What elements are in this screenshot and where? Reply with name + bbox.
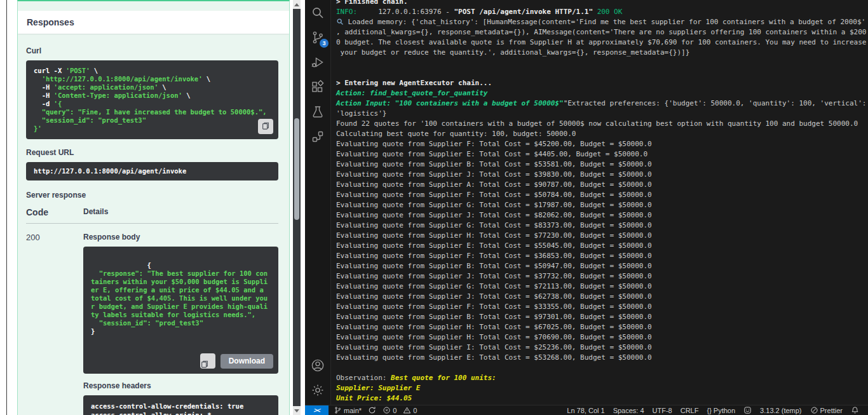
terminal-line: Supplier: Supplier E	[336, 383, 868, 393]
scroll-up-button[interactable]	[293, 0, 301, 9]
curl-line: -H 'Content-Type: application/json' \	[34, 92, 271, 100]
activity-item-references[interactable]	[305, 124, 330, 149]
scrollbar-thumb[interactable]	[294, 118, 299, 220]
copy-response-button[interactable]	[200, 353, 215, 369]
scroll-down-button[interactable]	[293, 406, 301, 415]
triangle-down-icon	[294, 409, 299, 412]
activity-item-testing[interactable]	[305, 99, 330, 124]
request-url-label: Request URL	[26, 148, 278, 157]
eol-sequence-label: CRLF	[681, 407, 699, 414]
status-bar: >< main*00 Ln 78, Col 1Spaces: 4UTF-8CRL…	[305, 405, 868, 415]
statusbar-eol-sequence[interactable]: CRLF	[681, 407, 699, 414]
terminal-line: Evaluating quote from Supplier F: Total …	[336, 251, 868, 261]
warning-icon	[403, 406, 411, 414]
statusbar-python-interpreter[interactable]: 3.13.2 (temp)	[760, 407, 801, 414]
response-headers-box: access-control-allow-credentials: trueac…	[83, 395, 278, 415]
activity-item-extensions[interactable]	[305, 74, 330, 99]
branch-indicator-label: main*	[344, 407, 362, 414]
statusbar-branch-indicator[interactable]: main*	[334, 406, 362, 414]
download-button[interactable]: Download	[220, 354, 273, 369]
swagger-post-opblock: Responses Curl curl -X 'POST' \ 'http://…	[17, 0, 290, 415]
terminal-line: Observation: Best quote for 100 units:	[336, 373, 868, 383]
terminal-line: Evaluating quote from Supplier J: Total …	[336, 170, 868, 180]
curl-line: }'	[34, 125, 271, 133]
error-icon	[383, 406, 391, 414]
browser-scrollbar[interactable]	[293, 0, 301, 415]
statusbar-warning-count[interactable]: 0	[403, 406, 417, 414]
terminal-line: Evaluating quote from Supplier G: Total …	[336, 282, 868, 292]
curl-line: 'http://127.0.0.1:8000/api/agent/invoke'…	[34, 75, 271, 83]
copy-curl-button[interactable]	[258, 119, 273, 134]
statusbar-indentation[interactable]: Spaces: 4	[613, 407, 644, 414]
response-body-box: { "response": "The best supplier for 100…	[83, 247, 278, 374]
references-icon	[310, 129, 325, 144]
activity-item-source-control[interactable]: 3	[305, 25, 330, 50]
terminal-line: Evaluating quote from Supplier E: Total …	[336, 241, 868, 251]
request-url-box: http://127.0.0.1:8000/api/agent/invoke	[26, 162, 278, 180]
remote-indicator[interactable]: ><	[305, 405, 329, 415]
statusbar-error-count[interactable]: 0	[383, 406, 397, 414]
sync-icon	[368, 406, 376, 414]
status-code: 200	[26, 233, 83, 415]
activity-item-search[interactable]	[305, 0, 330, 25]
encoding-label: UTF-8	[653, 407, 672, 414]
curl-line: curl -X 'POST' \	[34, 67, 271, 75]
terminal-line: Found 22 quotes for '100 containers with…	[336, 119, 868, 129]
terminal-line: Evaluating quote from Supplier G: Total …	[336, 200, 868, 210]
response-headers-label: Response headers	[83, 381, 278, 390]
statusbar-language-mode[interactable]: {} Python	[707, 407, 735, 414]
scm-badge: 3	[320, 39, 329, 48]
remote-icon: ><	[313, 407, 320, 414]
curl-command-box: curl -X 'POST' \ 'http://127.0.0.1:8000/…	[26, 60, 278, 139]
statusbar-prettier-status[interactable]: Prettier	[810, 406, 843, 414]
activity-item-settings[interactable]	[305, 378, 330, 402]
python-interpreter-label: 3.13.2 (temp)	[760, 407, 801, 414]
terminal-line: > Entering new AgentExecutor chain...	[336, 78, 868, 88]
terminal-line: Evaluating quote from Supplier H: Total …	[336, 332, 868, 343]
activity-bar: 3	[305, 0, 330, 405]
terminal-panel[interactable]: > Finished chain.INFO: 127.0.0.1:63976 -…	[330, 0, 868, 405]
response-body-label: Response body	[83, 233, 278, 242]
terminal-line: Evaluating quote from Supplier B: Total …	[336, 261, 868, 271]
statusbar-sync-button[interactable]	[368, 406, 376, 414]
terminal-line: Evaluating quote from Supplier H: Total …	[336, 322, 868, 332]
terminal-line: your budget or reduce the quantity.', ad…	[336, 48, 868, 58]
terminal-line: Evaluating quote from Supplier A: Total …	[336, 180, 868, 190]
curl-line: "query": "Fine, I have increased the bud…	[34, 108, 271, 116]
warning-count-label: 0	[413, 407, 417, 414]
search-icon	[310, 5, 325, 20]
responses-section-header: Responses	[18, 11, 289, 34]
testing-icon	[310, 104, 325, 119]
slash-icon	[810, 406, 818, 414]
terminal-line: Action: find_best_quote_for_quantity	[336, 88, 868, 99]
prettier-status-label: Prettier	[820, 407, 843, 414]
statusbar-feedback-smiley[interactable]	[743, 406, 752, 414]
terminal-line	[336, 68, 868, 78]
terminal-line: Calculating best quote for quantity: 100…	[336, 129, 868, 139]
clipboard-icon	[200, 343, 215, 379]
statusbar-notifications-bell[interactable]	[851, 406, 859, 414]
terminal-line: Evaluating quote from Supplier B: Total …	[336, 312, 868, 322]
terminal-line: Evaluating quote from Supplier F: Total …	[336, 190, 868, 200]
terminal-line: Evaluating quote from Supplier F: Total …	[336, 302, 868, 312]
statusbar-cursor-position[interactable]: Ln 78, Col 1	[567, 407, 604, 414]
activity-item-run-debug[interactable]	[305, 50, 330, 74]
terminal-line: > Finished chain.	[336, 0, 868, 7]
clipboard-icon	[261, 121, 270, 132]
swagger-browser-panel: Responses Curl curl -X 'POST' \ 'http://…	[0, 0, 305, 415]
screen: Responses Curl curl -X 'POST' \ 'http://…	[0, 0, 868, 415]
terminal-line	[336, 363, 868, 373]
activity-item-account[interactable]	[305, 353, 330, 378]
terminal-line: Evaluating quote from Supplier J: Total …	[336, 271, 868, 282]
terminal-line: INFO: 127.0.0.1:63976 - "POST /api/agent…	[336, 7, 868, 17]
server-response-label: Server response	[26, 191, 278, 200]
details-column-header: Details	[83, 207, 278, 217]
terminal-line: Loaded memory: {'chat_history': [HumanMe…	[336, 17, 868, 27]
indentation-label: Spaces: 4	[613, 407, 644, 414]
triangle-up-icon	[294, 3, 299, 6]
response-header-line: access-control-allow-credentials: true	[91, 402, 271, 411]
statusbar-encoding[interactable]: UTF-8	[653, 407, 672, 414]
terminal-line: Evaluating quote from Supplier F: Total …	[336, 139, 868, 149]
opblock-content: Curl curl -X 'POST' \ 'http://127.0.0.1:…	[18, 34, 289, 415]
terminal-line: Evaluating quote from Supplier G: Total …	[336, 221, 868, 231]
